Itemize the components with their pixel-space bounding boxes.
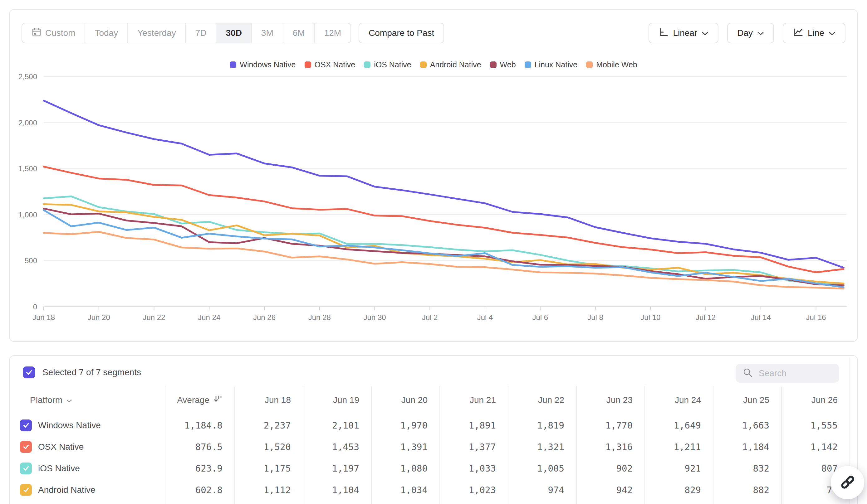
segment-checkbox[interactable] <box>20 441 32 453</box>
sort-descending-icon <box>213 395 223 406</box>
column-header-jun-19[interactable]: Jun 19 <box>303 386 371 415</box>
date-range-custom[interactable]: Custom <box>22 23 85 43</box>
date-range-12m[interactable]: 12M <box>315 23 351 43</box>
segments-summary-row: Selected 7 of 7 segments <box>23 366 141 378</box>
chart-type-dropdown-label: Line <box>808 28 824 38</box>
chart-legend: Windows NativeOSX NativeiOS NativeAndroi… <box>10 60 857 69</box>
y-axis-label: 1,500 <box>19 164 37 173</box>
legend-swatch <box>420 62 427 68</box>
interval-dropdown-label: Day <box>737 28 753 38</box>
column-header-jun-21[interactable]: Jun 21 <box>439 386 508 415</box>
x-axis-label: Jul 14 <box>751 313 771 321</box>
line-chart-plot[interactable]: 05001,0001,5002,0002,500Jun 18Jun 20Jun … <box>10 51 859 334</box>
segment-label[interactable]: Android Native <box>38 485 96 495</box>
segment-label[interactable]: iOS Native <box>38 463 80 473</box>
value-cell: 1,184 <box>713 436 781 458</box>
compare-to-past-button[interactable]: Compare to Past <box>358 23 444 43</box>
segments-table-card: Selected 7 of 7 segments PlatformAverage… <box>9 355 858 504</box>
search-input[interactable] <box>759 368 827 378</box>
legend-swatch <box>364 62 371 68</box>
date-range-6m[interactable]: 6M <box>283 23 315 43</box>
value-cell: 1,316 <box>576 436 644 458</box>
select-all-checkbox[interactable] <box>23 366 35 378</box>
value-cell: 974 <box>508 479 576 501</box>
segment-checkbox[interactable] <box>20 419 32 431</box>
selected-segments-summary: Selected 7 of 7 segments <box>42 368 141 377</box>
share-link-button[interactable] <box>831 466 864 499</box>
date-range-label: Custom <box>45 28 75 38</box>
date-range-yesterday[interactable]: Yesterday <box>128 23 186 43</box>
legend-item-web[interactable]: Web <box>490 60 516 69</box>
x-axis-label: Jul 2 <box>422 313 438 321</box>
legend-item-windows-native[interactable]: Windows Native <box>230 60 296 69</box>
column-header-jun-18[interactable]: Jun 18 <box>234 386 303 415</box>
scale-dropdown[interactable]: Linear <box>649 23 718 43</box>
legend-label: Web <box>500 60 516 69</box>
line-chart-icon <box>793 27 803 39</box>
chevron-down-icon <box>757 28 764 38</box>
series-line-android-native <box>44 204 844 284</box>
column-header-jun-22[interactable]: Jun 22 <box>508 386 576 415</box>
x-axis-label: Jun 30 <box>364 313 386 321</box>
compare-to-past-label: Compare to Past <box>368 28 434 38</box>
column-header-jun-23[interactable]: Jun 23 <box>576 386 644 415</box>
value-cell: 1,034 <box>371 479 439 501</box>
date-range-30d[interactable]: 30D <box>216 23 251 43</box>
legend-swatch <box>586 62 593 68</box>
segment-checkbox[interactable] <box>20 484 32 496</box>
legend-swatch <box>490 62 496 68</box>
value-cell: 1,112 <box>234 479 303 501</box>
search-box[interactable] <box>736 364 839 383</box>
value-cell: 1,184.8 <box>165 415 234 436</box>
value-cell: 2,101 <box>303 415 371 436</box>
value-cell: 1,377 <box>439 436 508 458</box>
legend-label: Linux Native <box>535 60 578 69</box>
segment-label[interactable]: OSX Native <box>38 442 84 452</box>
value-cell: 1,142 <box>781 436 849 458</box>
check-icon <box>22 486 30 493</box>
x-axis-label: Jul 10 <box>640 313 660 321</box>
value-cell: 1,104 <box>303 479 371 501</box>
value-cell: 1,005 <box>508 458 576 479</box>
column-header-average[interactable]: Average <box>165 386 234 415</box>
segment-label[interactable]: Windows Native <box>38 420 101 430</box>
scale-dropdown-label: Linear <box>673 28 697 38</box>
legend-swatch <box>525 62 531 68</box>
date-range-label: 3M <box>261 28 274 38</box>
value-cell: 602.8 <box>165 479 234 501</box>
column-header-jun-26[interactable]: Jun 26 <box>781 386 849 415</box>
value-cell: 1,321 <box>508 436 576 458</box>
column-header-jun-24[interactable]: Jun 24 <box>644 386 713 415</box>
date-range-label: Today <box>95 28 118 38</box>
x-axis-label: Jun 20 <box>88 313 110 321</box>
legend-item-ios-native[interactable]: iOS Native <box>364 60 411 69</box>
average-header-label: Average <box>177 395 210 405</box>
legend-item-android-native[interactable]: Android Native <box>420 60 481 69</box>
value-cell: 829 <box>644 479 713 501</box>
value-cell: 921 <box>644 458 713 479</box>
chart-type-dropdown[interactable]: Line <box>783 23 845 43</box>
legend-item-mobile-web[interactable]: Mobile Web <box>586 60 637 69</box>
date-range-3m[interactable]: 3M <box>252 23 283 43</box>
date-range-7d[interactable]: 7D <box>186 23 217 43</box>
table-row-windows-native: Windows Native1,184.82,2372,1011,9701,89… <box>19 415 849 436</box>
column-header-jun-25[interactable]: Jun 25 <box>713 386 781 415</box>
legend-label: Android Native <box>430 60 481 69</box>
legend-swatch <box>230 62 236 68</box>
legend-item-linux-native[interactable]: Linux Native <box>525 60 578 69</box>
platform-header-label: Platform <box>30 395 62 405</box>
legend-item-osx-native[interactable]: OSX Native <box>304 60 355 69</box>
interval-dropdown[interactable]: Day <box>727 23 774 43</box>
column-header-platform[interactable]: Platform <box>19 386 165 415</box>
y-axis-label: 500 <box>25 256 37 265</box>
column-header-jun-20[interactable]: Jun 20 <box>371 386 439 415</box>
date-range-today[interactable]: Today <box>85 23 128 43</box>
table-row-android-native: Android Native602.81,1121,1041,0341,0239… <box>19 479 849 501</box>
value-cell: 1,520 <box>234 436 303 458</box>
chevron-down-icon <box>828 28 835 38</box>
value-cell: 1,663 <box>713 415 781 436</box>
table-row-ios-native: iOS Native623.91,1751,1971,0801,0331,005… <box>19 458 849 479</box>
x-axis-label: Jul 6 <box>532 313 548 321</box>
segment-checkbox[interactable] <box>20 462 32 474</box>
segments-table: PlatformAverageJun 18Jun 19Jun 20Jun 21J… <box>19 386 849 501</box>
